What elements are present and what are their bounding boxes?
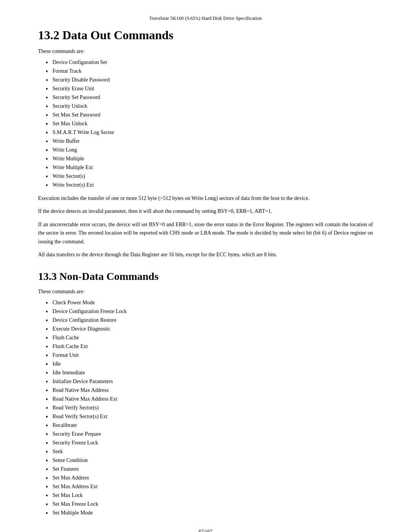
list-item: Device Configuration Restore [46, 316, 373, 324]
section1-intro: These commands are: [38, 48, 373, 54]
data-out-commands-list: Device Configuration SetFormat TrackSecu… [46, 58, 373, 189]
list-item: Security Erase Prepare [46, 430, 373, 438]
section1-para1: Execution includes the transfer of one o… [38, 194, 373, 203]
list-item: Write Buffer [46, 137, 373, 145]
list-item: Read Native Max Address Ext [46, 395, 373, 403]
list-item: Security Freeze Lock [46, 439, 373, 447]
list-item: Write Long [46, 146, 373, 154]
list-item: Flush Cache [46, 334, 373, 342]
section-data-out-heading: 13.2 Data Out Commands [38, 28, 373, 42]
list-item: Check Power Mode [46, 299, 373, 307]
section1-para4: All data transfers to the device through… [38, 251, 373, 259]
section-data-out: 13.2 Data Out Commands These commands ar… [38, 28, 373, 259]
page-footer: 67/167 [38, 528, 373, 532]
list-item: Format Track [46, 67, 373, 75]
list-item: Set Max Address [46, 474, 373, 482]
list-item: Sense Condition [46, 456, 373, 464]
list-item: Security Erase Unit [46, 85, 373, 93]
section1-para3: If an uncorrectable error occurs, the de… [38, 220, 373, 246]
list-item: Seek [46, 447, 373, 455]
list-item: Flush Cache Ext [46, 342, 373, 350]
list-item: Set Multiple Mode [46, 509, 373, 517]
list-item: Write Sector(s) [46, 172, 373, 180]
list-item: S.M.A.R.T Write Log Sector [46, 128, 373, 136]
list-item: Set Max Address Ext [46, 482, 373, 490]
list-item: Set Features [46, 465, 373, 473]
page-number: 67/167 [199, 528, 212, 532]
list-item: Recalibrate [46, 421, 373, 429]
list-item: Security Set Password [46, 93, 373, 101]
list-item: Execute Device Diagnostic [46, 325, 373, 333]
list-item: Initialize Device Parameters [46, 377, 373, 385]
list-item: Idle [46, 360, 373, 368]
non-data-commands-list: Check Power ModeDevice Configuration Fre… [46, 299, 373, 517]
section2-intro: These commands are: [38, 289, 373, 295]
section-non-data: 13.3 Non-Data Commands These commands ar… [38, 270, 373, 517]
list-item: Read Native Max Address [46, 386, 373, 394]
list-item: Set Max Unlock [46, 120, 373, 128]
list-item: Read Verify Sector(s) Ext [46, 412, 373, 420]
section-non-data-heading: 13.3 Non-Data Commands [38, 270, 373, 283]
list-item: Set Max Lock [46, 491, 373, 499]
list-item: Set Max Freeze Lock [46, 500, 373, 508]
list-item: Read Verify Sector(s) [46, 404, 373, 412]
list-item: Idle Immediate [46, 369, 373, 377]
list-item: Write Sector(s) Ext [46, 181, 373, 189]
header-title: Travelstar 5K160 (SATA) Hard Disk Drive … [149, 15, 262, 21]
section1-para2: If the device detects an invalid paramet… [38, 207, 373, 216]
page-header: Travelstar 5K160 (SATA) Hard Disk Drive … [38, 15, 373, 21]
list-item: Security Disable Password [46, 76, 373, 84]
list-item: Device Configuration Set [46, 58, 373, 66]
list-item: Write Multiple [46, 155, 373, 163]
list-item: Device Configuration Freeze Lock [46, 307, 373, 315]
list-item: Format Unit [46, 351, 373, 359]
list-item: Write Multiple Ext [46, 163, 373, 171]
list-item: Security Unlock [46, 102, 373, 110]
list-item: Set Max Set Password [46, 111, 373, 119]
